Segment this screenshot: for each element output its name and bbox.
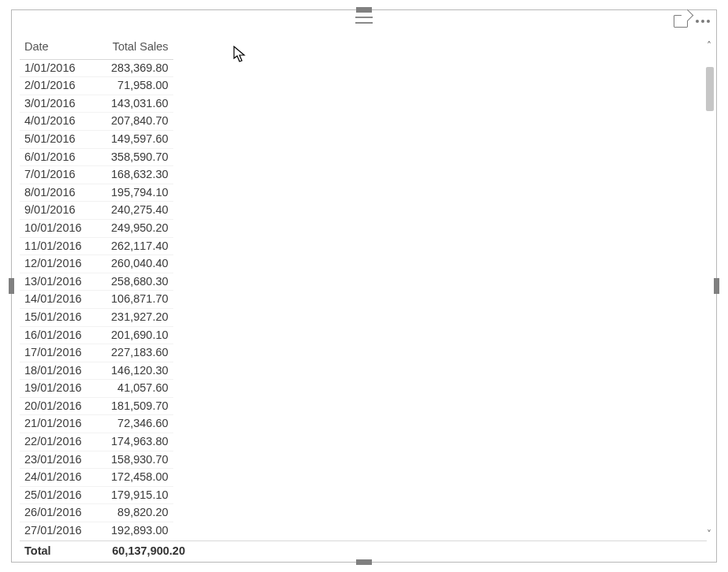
table-visual-frame[interactable]: Date Total Sales 1/01/2016283,369.802/01… xyxy=(11,9,717,563)
table-row[interactable]: 4/01/2016207,840.70 xyxy=(20,113,173,131)
cell-sales: 174,963.80 xyxy=(87,433,173,451)
table-row[interactable]: 9/01/2016240,275.40 xyxy=(20,202,173,220)
resize-handle-bottom[interactable] xyxy=(356,559,372,565)
scroll-down-arrow-icon[interactable]: ˅ xyxy=(704,529,715,540)
table-row[interactable]: 11/01/2016262,117.40 xyxy=(20,237,173,255)
table-row[interactable]: 2/01/201671,958.00 xyxy=(20,77,173,95)
cell-date: 9/01/2016 xyxy=(20,202,87,220)
cell-sales: 158,930.70 xyxy=(87,451,173,469)
table-row[interactable]: 5/01/2016149,597.60 xyxy=(20,130,173,148)
table-row[interactable]: 8/01/2016195,794.10 xyxy=(20,184,173,202)
table-scroll-region[interactable]: Date Total Sales 1/01/2016283,369.802/01… xyxy=(20,37,707,540)
table-row[interactable]: 1/01/2016283,369.80 xyxy=(20,59,173,77)
cell-sales: 72,346.60 xyxy=(87,415,173,433)
table-row[interactable]: 25/01/2016179,915.10 xyxy=(20,486,173,504)
cell-date: 17/01/2016 xyxy=(20,344,87,362)
cell-date: 13/01/2016 xyxy=(20,273,87,291)
cell-date: 8/01/2016 xyxy=(20,184,87,202)
cell-date: 15/01/2016 xyxy=(20,308,87,326)
table-row[interactable]: 19/01/201641,057.60 xyxy=(20,380,173,398)
table-row[interactable]: 23/01/2016158,930.70 xyxy=(20,451,173,469)
cell-date: 26/01/2016 xyxy=(20,504,87,522)
cell-sales: 168,632.30 xyxy=(87,166,173,184)
table-row[interactable]: 3/01/2016143,031.60 xyxy=(20,95,173,113)
cell-date: 27/01/2016 xyxy=(20,522,87,540)
column-header-date[interactable]: Date xyxy=(20,37,87,59)
more-options-icon[interactable] xyxy=(694,18,711,24)
table-row[interactable]: 10/01/2016249,950.20 xyxy=(20,219,173,237)
cell-date: 3/01/2016 xyxy=(20,95,87,113)
cell-date: 21/01/2016 xyxy=(20,415,87,433)
cell-date: 19/01/2016 xyxy=(20,380,87,398)
scrollbar-thumb[interactable] xyxy=(706,67,714,111)
cell-sales: 89,820.20 xyxy=(87,504,173,522)
cell-sales: 249,950.20 xyxy=(87,219,173,237)
table-row[interactable]: 18/01/2016146,120.30 xyxy=(20,362,173,380)
resize-handle-top[interactable] xyxy=(356,7,372,13)
cell-date: 2/01/2016 xyxy=(20,77,87,95)
cell-sales: 227,183.60 xyxy=(87,344,173,362)
cell-date: 6/01/2016 xyxy=(20,148,87,166)
table-row[interactable]: 22/01/2016174,963.80 xyxy=(20,433,173,451)
cell-date: 22/01/2016 xyxy=(20,433,87,451)
total-row: Total 60,137,900.20 xyxy=(20,540,707,560)
focus-mode-icon[interactable] xyxy=(674,15,688,28)
table-row[interactable]: 14/01/2016106,871.70 xyxy=(20,291,173,309)
cell-sales: 207,840.70 xyxy=(87,113,173,131)
table-row[interactable]: 16/01/2016201,690.10 xyxy=(20,326,173,344)
cell-date: 4/01/2016 xyxy=(20,113,87,131)
cell-sales: 149,597.60 xyxy=(87,130,173,148)
cell-sales: 143,031.60 xyxy=(87,95,173,113)
sales-table: Date Total Sales 1/01/2016283,369.802/01… xyxy=(20,37,173,540)
cell-sales: 172,458.00 xyxy=(87,469,173,487)
resize-handle-left[interactable] xyxy=(9,278,14,294)
table-row[interactable]: 24/01/2016172,458.00 xyxy=(20,469,173,487)
resize-handle-right[interactable] xyxy=(714,278,719,294)
cell-date: 7/01/2016 xyxy=(20,166,87,184)
table-row[interactable]: 7/01/2016168,632.30 xyxy=(20,166,173,184)
scroll-up-arrow-icon[interactable]: ˄ xyxy=(704,40,715,51)
cell-date: 11/01/2016 xyxy=(20,237,87,255)
table-row[interactable]: 6/01/2016358,590.70 xyxy=(20,148,173,166)
drag-grip-icon[interactable] xyxy=(355,17,373,24)
cell-sales: 41,057.60 xyxy=(87,380,173,398)
total-label: Total xyxy=(24,544,92,557)
cell-sales: 195,794.10 xyxy=(87,184,173,202)
cell-date: 20/01/2016 xyxy=(20,397,87,415)
cell-sales: 201,690.10 xyxy=(87,326,173,344)
cell-date: 5/01/2016 xyxy=(20,130,87,148)
table-row[interactable]: 21/01/201672,346.60 xyxy=(20,415,173,433)
cell-date: 10/01/2016 xyxy=(20,219,87,237)
cell-sales: 181,509.70 xyxy=(87,397,173,415)
cell-sales: 358,590.70 xyxy=(87,148,173,166)
cell-date: 12/01/2016 xyxy=(20,255,87,273)
table-row[interactable]: 13/01/2016258,680.30 xyxy=(20,273,173,291)
cell-sales: 240,275.40 xyxy=(87,202,173,220)
column-header-sales[interactable]: Total Sales xyxy=(87,37,173,59)
cell-sales: 258,680.30 xyxy=(87,273,173,291)
table-row[interactable]: 17/01/2016227,183.60 xyxy=(20,344,173,362)
cell-sales: 192,893.00 xyxy=(87,522,173,540)
table-row[interactable]: 27/01/2016192,893.00 xyxy=(20,522,173,540)
total-value: 60,137,900.20 xyxy=(92,544,185,557)
table-row[interactable]: 26/01/201689,820.20 xyxy=(20,504,173,522)
cell-date: 14/01/2016 xyxy=(20,291,87,309)
table-row[interactable]: 12/01/2016260,040.40 xyxy=(20,255,173,273)
cell-sales: 71,958.00 xyxy=(87,77,173,95)
cell-date: 23/01/2016 xyxy=(20,451,87,469)
cell-sales: 262,117.40 xyxy=(87,237,173,255)
cell-sales: 179,915.10 xyxy=(87,486,173,504)
cell-sales: 260,040.40 xyxy=(87,255,173,273)
cell-sales: 146,120.30 xyxy=(87,362,173,380)
cell-date: 24/01/2016 xyxy=(20,469,87,487)
cell-date: 25/01/2016 xyxy=(20,486,87,504)
cell-date: 16/01/2016 xyxy=(20,326,87,344)
cell-sales: 106,871.70 xyxy=(87,291,173,309)
table-row[interactable]: 20/01/2016181,509.70 xyxy=(20,397,173,415)
table-row[interactable]: 15/01/2016231,927.20 xyxy=(20,308,173,326)
cell-sales: 231,927.20 xyxy=(87,308,173,326)
cell-sales: 283,369.80 xyxy=(87,59,173,77)
cell-date: 1/01/2016 xyxy=(20,59,87,77)
cell-date: 18/01/2016 xyxy=(20,362,87,380)
